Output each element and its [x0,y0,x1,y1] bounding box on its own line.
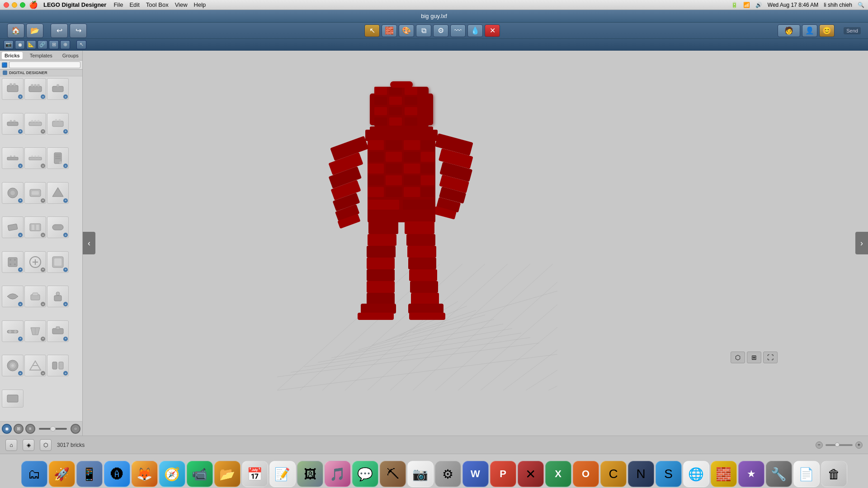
panel-zoom-icon[interactable]: ○ [71,424,80,434]
delete-tool-btn[interactable]: ✕ [485,24,500,37]
eyedrop-tool-btn[interactable]: 💧 [467,24,483,37]
panel-zoom-slider[interactable] [39,428,67,430]
paint-tool-btn[interactable]: 🎨 [399,24,414,37]
tb2-measure-btn[interactable]: 📐 [26,40,36,49]
dock-photos[interactable]: 📷 [407,461,434,487]
tab-bricks[interactable]: Bricks [2,52,23,59]
list-item[interactable]: + [47,251,69,273]
dock-trash[interactable]: 🗑 [821,461,847,487]
view-ctrl-2[interactable]: ⊞ [747,352,761,363]
dock-openoffice[interactable]: O [573,461,599,487]
dock-minecraft[interactable]: ⛏ [380,461,406,487]
lego-head-btn[interactable]: 😊 [819,24,835,37]
dock-tools[interactable]: 🔧 [766,461,792,487]
list-item[interactable]: + [24,355,46,376]
view-flat-btn[interactable]: ⬡ [40,439,52,451]
apple-menu[interactable]: 🍎 [29,0,38,9]
dock-texteditor[interactable]: 📄 [793,461,820,487]
list-item[interactable]: + [47,355,69,376]
tb2-cursor-btn[interactable]: ↖ [76,40,86,49]
dock-prefs[interactable]: ⚙ [435,461,461,487]
list-item[interactable] [2,389,24,408]
view-ctrl-1[interactable]: ⬡ [731,352,745,363]
open-btn[interactable]: 📂 [26,23,43,38]
list-item[interactable]: + [2,147,24,169]
list-item[interactable]: + [47,113,69,135]
zoom-out-btn[interactable]: − [816,441,823,449]
list-item[interactable]: + [47,286,69,307]
minimize-button[interactable] [12,2,17,8]
panel-search-input[interactable] [9,61,80,68]
dock-calendar[interactable]: 📅 [242,461,268,487]
list-item[interactable]: + [47,216,69,238]
zoom-in-btn[interactable]: + [855,441,863,449]
list-item[interactable]: + [47,320,69,342]
menu-help[interactable]: Help [194,1,206,8]
panel-view-icon[interactable]: ◉ [2,424,12,434]
list-item[interactable]: + [24,251,46,273]
tb2-snap-btn[interactable]: 🔗 [38,40,47,49]
panel-zoom-handle[interactable] [50,426,56,432]
list-item[interactable]: + [24,216,46,238]
close-button[interactable] [4,2,9,8]
tab-groups[interactable]: Groups [60,52,81,59]
list-item[interactable]: + [47,147,69,169]
view-alt-btn[interactable]: 👤 [802,24,817,37]
zoom-slider-handle[interactable] [835,442,840,447]
view-ctrl-3[interactable]: ⛶ [763,352,778,363]
view-3d-btn[interactable]: ◈ [23,439,34,451]
dock-missioncontrol[interactable]: 📱 [76,461,103,487]
list-item[interactable]: + [24,78,46,100]
dock-launchpad[interactable]: 🚀 [49,461,75,487]
dock-crossover[interactable]: ✕ [518,461,544,487]
list-item[interactable]: + [2,355,24,376]
nav-right-btn[interactable]: › [855,232,868,254]
app-name[interactable]: LEGO Digital Designer [43,1,106,8]
list-item[interactable]: + [2,286,24,307]
dock-powerpoint[interactable]: P [490,461,516,487]
clone-tool-btn[interactable]: ⧉ [416,24,431,37]
dock-excel[interactable]: X [545,461,571,487]
send-btn[interactable]: Send [844,27,861,34]
menu-edit[interactable]: Edit [129,1,139,8]
list-item[interactable]: + [2,182,24,204]
dock-starstudio[interactable]: ★ [738,461,764,487]
dock-imageview[interactable]: 🖼 [297,461,323,487]
dock-appstore[interactable]: 🅐 [104,461,130,487]
list-item[interactable]: + [24,182,46,204]
redo-btn[interactable]: ↪ [70,23,87,38]
view-home-btn[interactable]: ⌂ [5,439,17,451]
hinge-tool-btn[interactable]: ⚙ [433,24,448,37]
dock-lego[interactable]: 🧱 [711,461,737,487]
dock-reminders[interactable]: 📝 [269,461,296,487]
select-tool-btn[interactable]: ↖ [364,24,380,37]
nav-left-btn[interactable]: ‹ [83,232,95,254]
list-item[interactable]: + [2,113,24,135]
tb2-record-btn[interactable]: ⏺ [15,40,25,49]
list-item[interactable]: + [24,113,46,135]
dock-chromeapp[interactable]: 🌐 [683,461,709,487]
build-tool-btn[interactable]: 🧱 [382,24,397,37]
list-item[interactable]: + [47,78,69,100]
list-item[interactable]: + [24,147,46,169]
menu-toolbox[interactable]: Tool Box [146,1,169,8]
dock-word[interactable]: W [462,461,489,487]
list-item[interactable]: + [2,216,24,238]
dock-firefox[interactable]: 🦊 [132,461,158,487]
dock-finder[interactable]: 🗂 [21,461,47,487]
panel-filter-icon[interactable]: ≡ [25,424,35,434]
tb2-grid-btn[interactable]: ⊞ [49,40,59,49]
view-3d-btn[interactable]: 🧑 [778,24,800,37]
menu-file[interactable]: File [113,1,123,8]
zoom-slider[interactable] [826,444,853,446]
panel-sort-icon[interactable]: ⊞ [14,424,24,434]
undo-btn[interactable]: ↩ [51,23,68,38]
list-item[interactable]: + [24,320,46,342]
list-item[interactable]: + [47,182,69,204]
dock-messages[interactable]: 💬 [352,461,378,487]
tab-templates[interactable]: Templates [27,52,55,59]
dock-nzbget[interactable]: N [628,461,654,487]
list-item[interactable]: + [2,78,24,100]
tb2-camera-btn[interactable]: 📷 [4,40,14,49]
dock-facetime[interactable]: 📹 [187,461,213,487]
